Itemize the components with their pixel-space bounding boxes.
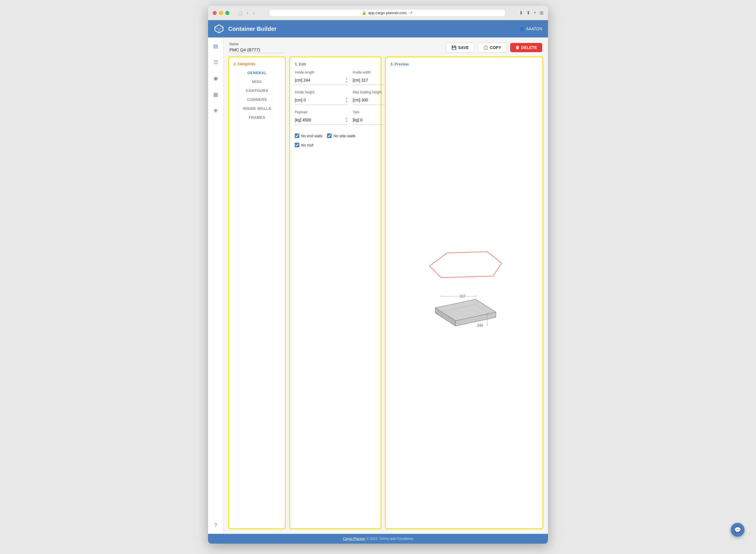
content-area: Name 💾 SAVE 📋 COPY 🗑 DELETE <box>224 38 548 534</box>
footer-terms: -Terms and Conditions <box>379 537 413 541</box>
preview-canvas: 317 244 <box>390 69 538 524</box>
field-row-1: Inside length ▲▼ Inside width ▲▼ <box>295 70 376 85</box>
chat-bubble-button[interactable]: 💬 <box>731 523 745 537</box>
copy-label: COPY <box>490 45 501 50</box>
main-layout: ▤ ☰ ◉ ▦ ❋ ? Name 💾 SAVE 📋 COPY <box>208 38 548 534</box>
sidebar-icons: ▤ ☰ ◉ ▦ ❋ ? <box>208 38 224 534</box>
app-title: Container Builder <box>228 25 519 32</box>
copy-icon: 📋 <box>483 45 488 50</box>
user-badge: 👤 AAATON <box>519 26 542 31</box>
cat-item-general[interactable]: GENERAL <box>229 68 285 77</box>
sidebar-toggle-icon[interactable]: ⬜ <box>236 10 243 16</box>
no-roof-label: No roof <box>301 143 313 147</box>
no-roof-checkbox[interactable]: No roof <box>295 143 313 147</box>
footer-link[interactable]: Cargo-Planner <box>343 537 365 541</box>
copy-button[interactable]: 📋 COPY <box>478 43 507 52</box>
cat-item-corners[interactable]: CORNERS <box>229 95 285 104</box>
save-label: SAVE <box>458 45 469 50</box>
payload-spinner[interactable]: ▲▼ <box>345 116 348 123</box>
delete-button[interactable]: 🗑 DELETE <box>510 43 542 52</box>
dim-length-label: 244 <box>477 323 483 327</box>
cat-item-inside-walls[interactable]: INSIDE WALLS <box>229 104 285 113</box>
chat-icon: 💬 <box>734 526 741 533</box>
inside-height-wrap: ▲▼ <box>295 96 348 105</box>
no-side-walls-label: No side walls <box>333 134 356 138</box>
no-end-walls-label: No end walls <box>301 134 322 138</box>
cat-item-frames[interactable]: FRAMES <box>229 113 285 122</box>
tabs-icon[interactable]: ⊞ <box>540 10 544 15</box>
edit-header: 1. Edit <box>295 62 376 66</box>
categories-panel: 2. Categories GENERAL MISC CONTOURS CORN… <box>228 56 286 529</box>
user-icon: 👤 <box>519 26 524 31</box>
share-icon[interactable]: ⬆ <box>526 10 530 15</box>
preview-top-view <box>424 250 504 279</box>
delete-icon: 🗑 <box>515 45 519 50</box>
sidebar-item-help[interactable]: ? <box>210 520 221 531</box>
traffic-lights <box>212 11 229 15</box>
inside-length-input[interactable] <box>295 78 345 82</box>
field-group-payload: Payload ▲▼ <box>295 110 348 125</box>
categories-header: 2. Categories <box>229 61 285 68</box>
cat-item-misc[interactable]: MISC <box>229 77 285 86</box>
inside-height-spinner[interactable]: ▲▼ <box>345 97 348 104</box>
svg-marker-1 <box>215 25 223 30</box>
name-label: Name <box>229 42 443 46</box>
no-side-walls-checkbox[interactable]: No side walls <box>327 133 356 138</box>
save-icon: 💾 <box>451 45 456 50</box>
back-icon[interactable]: ‹ <box>246 10 250 16</box>
cat-item-contours[interactable]: CONTOURS <box>229 86 285 95</box>
field-row-2: Inside height ▲▼ Max loading height ▲▼ <box>295 90 376 105</box>
payload-label: Payload <box>295 110 348 114</box>
inside-length-label: Inside length <box>295 70 348 74</box>
url-text: app.cargo-planner.com <box>368 11 406 15</box>
sidebar-item-grid[interactable]: ▦ <box>210 89 221 100</box>
no-end-walls-checkbox[interactable]: No end walls <box>295 133 322 138</box>
inside-length-wrap: ▲▼ <box>295 75 348 85</box>
footer-year: © 2022 <box>367 537 378 541</box>
close-button[interactable] <box>212 11 217 15</box>
preview-panel: 3. Preview <box>385 56 544 529</box>
delete-label: DELETE <box>521 45 537 50</box>
plus-icon[interactable]: + <box>533 10 536 15</box>
inside-length-spinner[interactable]: ▲▼ <box>345 77 348 84</box>
payload-wrap: ▲▼ <box>295 115 348 125</box>
lock-icon: 🔒 <box>362 11 367 15</box>
app-logo <box>214 23 224 34</box>
reload-icon[interactable]: ↺ <box>410 11 413 15</box>
download-icon[interactable]: ⬇ <box>519 10 523 15</box>
minimize-button[interactable] <box>219 11 223 15</box>
svg-marker-3 <box>430 252 502 278</box>
sidebar-item-document[interactable]: ▤ <box>210 41 221 51</box>
name-group: Name <box>229 42 443 53</box>
titlebar-actions: ⬇ ⬆ + ⊞ <box>519 10 544 15</box>
checkboxes-row: No end walls No side walls No roof <box>295 133 376 147</box>
inside-height-label: Inside height <box>295 90 348 94</box>
forward-icon[interactable]: › <box>252 10 256 16</box>
preview-header: 3. Preview <box>390 62 538 66</box>
preview-3d-view: 317 244 <box>418 285 510 342</box>
field-group-inside-height: Inside height ▲▼ <box>295 90 348 105</box>
panels-row: 2. Categories GENERAL MISC CONTOURS CORN… <box>228 56 544 529</box>
sidebar-item-stack[interactable]: ◉ <box>210 73 221 84</box>
inside-height-input[interactable] <box>295 98 345 102</box>
app-header: Container Builder 👤 AAATON <box>208 20 548 38</box>
name-input[interactable] <box>229 47 284 53</box>
field-row-3: Payload ▲▼ Tare ▲▼ <box>295 110 376 125</box>
sidebar-item-list[interactable]: ☰ <box>210 57 221 67</box>
app-footer: Cargo-Planner © 2022 -Terms and Conditio… <box>208 534 548 544</box>
top-bar: Name 💾 SAVE 📋 COPY 🗑 DELETE <box>228 42 544 53</box>
url-bar[interactable]: 🔒 app.cargo-planner.com ↺ <box>269 9 505 16</box>
username: AAATON <box>526 26 542 31</box>
field-group-inside-length: Inside length ▲▼ <box>295 70 348 85</box>
nav-controls: ⬜ ‹ › <box>236 10 255 16</box>
sidebar-item-network[interactable]: ❋ <box>210 106 221 116</box>
maximize-button[interactable] <box>225 11 229 15</box>
save-button[interactable]: 💾 SAVE <box>446 43 474 52</box>
payload-input[interactable] <box>295 118 345 122</box>
titlebar: ⬜ ‹ › 🔒 app.cargo-planner.com ↺ ⬇ ⬆ + ⊞ <box>208 6 548 20</box>
edit-panel: 1. Edit Inside length ▲▼ Inside width <box>289 56 381 529</box>
